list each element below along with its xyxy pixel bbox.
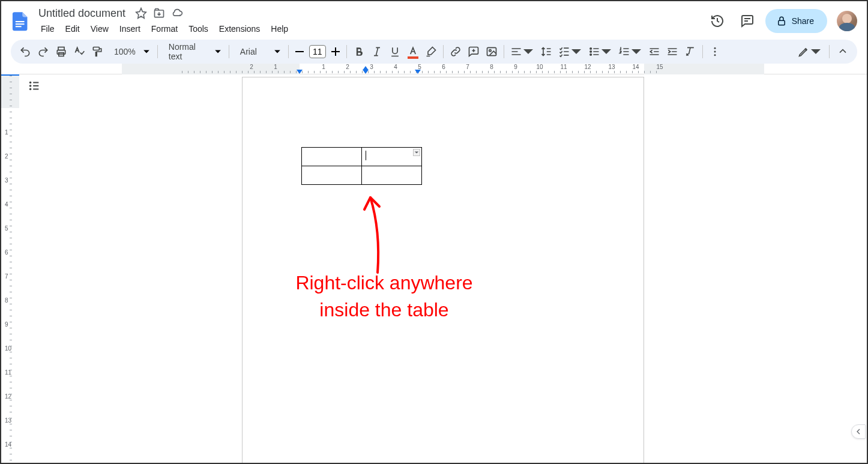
- table-cell[interactable]: [362, 148, 422, 166]
- annotation-arrow: [360, 188, 396, 279]
- caret-down-icon: [143, 48, 150, 55]
- vertical-ruler: 1234567891011121314: [1, 64, 19, 463]
- font-size-input[interactable]: 11: [309, 45, 326, 58]
- annotation-text: Right-click anywhere inside the table: [264, 270, 504, 324]
- editing-mode-dropdown[interactable]: [795, 43, 824, 60]
- insert-image-button[interactable]: [483, 43, 500, 60]
- svg-rect-4: [778, 20, 785, 25]
- show-side-panel-button[interactable]: [851, 424, 866, 439]
- document-page[interactable]: Right-click anywhere inside the table: [242, 77, 644, 463]
- svg-rect-8: [93, 47, 99, 50]
- italic-button[interactable]: [369, 43, 385, 60]
- svg-point-13: [590, 54, 592, 56]
- title-area: Untitled document File Edit View Insert …: [35, 6, 293, 36]
- text-cursor: [366, 151, 366, 160]
- account-avatar[interactable]: [837, 11, 857, 31]
- caret-down-icon: [414, 150, 419, 155]
- share-button[interactable]: Share: [765, 9, 827, 33]
- font-value: Arial: [237, 47, 271, 56]
- caret-down-icon: [274, 48, 281, 55]
- move-icon[interactable]: [153, 7, 165, 19]
- history-icon[interactable]: [705, 9, 729, 33]
- lock-icon: [776, 16, 787, 26]
- svg-point-15: [714, 51, 716, 53]
- header: Untitled document File Edit View Insert …: [1, 1, 867, 36]
- align-dropdown[interactable]: [508, 43, 537, 60]
- svg-rect-1: [16, 23, 25, 25]
- svg-point-14: [714, 47, 716, 49]
- styles-value: Normal text: [165, 42, 212, 61]
- cloud-status-icon[interactable]: [171, 7, 183, 19]
- styles-dropdown[interactable]: Normal text: [161, 43, 225, 60]
- document-table[interactable]: [301, 147, 422, 185]
- more-button[interactable]: [707, 43, 723, 60]
- text-color-button[interactable]: [405, 43, 421, 60]
- decrease-font-button[interactable]: [292, 44, 307, 59]
- menu-insert[interactable]: Insert: [115, 22, 145, 36]
- insert-link-button[interactable]: [447, 43, 464, 60]
- toolbar: 100% Normal text Arial 11: [11, 40, 857, 64]
- hide-menus-button[interactable]: [834, 43, 851, 60]
- increase-indent-button[interactable]: [664, 43, 681, 60]
- clear-formatting-button[interactable]: [682, 43, 699, 60]
- svg-point-10: [489, 50, 491, 52]
- table-cell[interactable]: [362, 166, 422, 185]
- underline-button[interactable]: [387, 43, 403, 60]
- zoom-value: 100%: [110, 47, 139, 56]
- caret-down-icon: [214, 48, 222, 55]
- bold-button[interactable]: [351, 43, 367, 60]
- share-label: Share: [792, 16, 814, 26]
- spellcheck-button[interactable]: [71, 43, 88, 60]
- menu-format[interactable]: Format: [146, 22, 182, 36]
- table-cell[interactable]: [302, 148, 362, 166]
- table-row[interactable]: [302, 148, 422, 166]
- menu-file[interactable]: File: [36, 22, 59, 36]
- numbered-list-button[interactable]: [616, 43, 645, 60]
- menu-bar: File Edit View Insert Format Tools Exten…: [35, 22, 293, 36]
- line-spacing-button[interactable]: [538, 43, 555, 60]
- increase-font-button[interactable]: [328, 44, 343, 59]
- decrease-indent-button[interactable]: [646, 43, 663, 60]
- document-title[interactable]: Untitled document: [35, 7, 129, 20]
- add-comment-button[interactable]: [465, 43, 482, 60]
- table-row[interactable]: [302, 166, 422, 185]
- docs-logo-icon[interactable]: [8, 9, 32, 33]
- svg-point-11: [590, 48, 592, 50]
- redo-button[interactable]: [35, 43, 52, 60]
- comments-icon[interactable]: [735, 9, 759, 33]
- zoom-dropdown[interactable]: 100%: [107, 43, 154, 60]
- svg-rect-2: [16, 26, 22, 27]
- svg-point-12: [590, 51, 592, 53]
- cell-options-button[interactable]: [413, 149, 420, 156]
- svg-point-16: [714, 54, 716, 56]
- menu-edit[interactable]: Edit: [61, 22, 85, 36]
- menu-view[interactable]: View: [86, 22, 113, 36]
- paint-format-button[interactable]: [89, 43, 106, 60]
- menu-extensions[interactable]: Extensions: [214, 22, 265, 36]
- highlight-color-button[interactable]: [423, 43, 439, 60]
- svg-rect-0: [16, 21, 25, 22]
- menu-tools[interactable]: Tools: [184, 22, 213, 36]
- print-button[interactable]: [53, 43, 70, 60]
- undo-button[interactable]: [17, 43, 34, 60]
- checklist-button[interactable]: [556, 43, 585, 60]
- bulleted-list-button[interactable]: [586, 43, 615, 60]
- font-size-control: 11: [292, 44, 343, 59]
- menu-help[interactable]: Help: [266, 22, 293, 36]
- star-icon[interactable]: [135, 7, 147, 19]
- font-dropdown[interactable]: Arial: [233, 43, 285, 60]
- table-cell[interactable]: [302, 166, 362, 185]
